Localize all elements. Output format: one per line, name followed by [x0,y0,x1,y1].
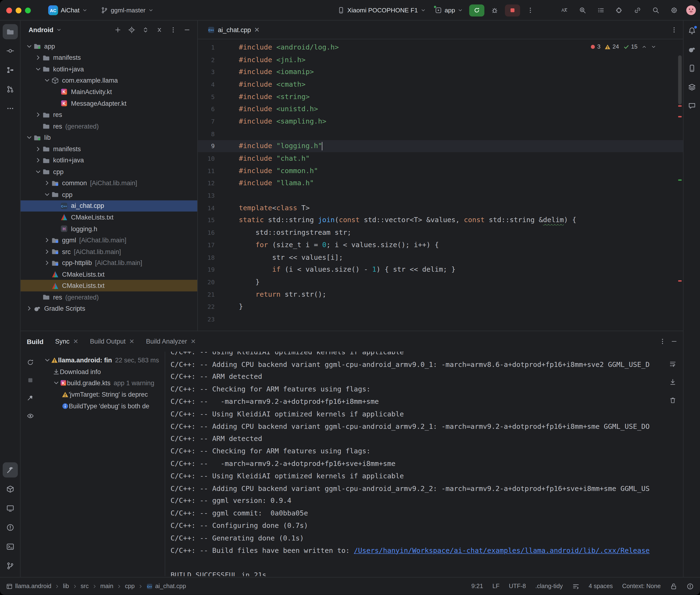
search-everywhere-button[interactable] [649,4,662,17]
pull-requests-toolwindow-button[interactable] [2,82,18,97]
chevron-down-icon[interactable] [25,42,34,50]
code-line[interactable]: 4#include <cmath> [198,78,683,90]
select-opened-file-button[interactable] [125,24,138,36]
assistant-toolwindow-button[interactable] [685,99,698,112]
line-number[interactable]: 12 [198,179,215,187]
project-view-mode[interactable]: Android [29,26,53,34]
zoom-window-button[interactable] [25,7,31,13]
breadcrumb-item[interactable]: main [100,583,113,590]
code-line[interactable]: 6#include <unistd.h> [198,103,683,115]
line-number[interactable]: 4 [198,81,215,88]
stop-app-button[interactable] [505,4,520,17]
pin-tab-button[interactable] [24,392,36,404]
close-window-button[interactable] [6,7,12,13]
project-tree-item[interactable]: CMakeLists.txt [21,212,197,223]
project-tree-item[interactable]: Hlogging.h [21,223,197,234]
line-number[interactable]: 9 [198,143,215,150]
build-tab-build-output[interactable]: Build Output✕ [90,338,135,345]
prev-problem-button[interactable] [641,44,647,49]
project-tree-item[interactable]: lib [21,132,197,143]
editor-scrollbar[interactable] [678,55,682,104]
line-number[interactable]: 19 [198,266,215,273]
chevron-down-icon[interactable] [43,77,52,84]
line-number[interactable]: 3 [198,68,215,76]
chevron-down-icon[interactable] [53,379,60,387]
terminal-toolwindow-button[interactable] [2,539,18,555]
close-tab-button[interactable]: ✕ [129,338,134,345]
vcs-branch-selector[interactable]: ggml-master [98,5,156,16]
line-number[interactable]: 11 [198,167,215,174]
project-tree-item[interactable]: KMainActivity.kt [21,86,197,97]
code-line[interactable]: 2#include <jni.h> [198,53,683,66]
inspections-widget[interactable]: 3 24 15 [587,42,659,51]
error-stripe-mark[interactable] [678,116,682,117]
hide-build-panel-icon[interactable] [670,338,678,345]
problems-toolwindow-button[interactable] [2,520,18,535]
project-tree-item[interactable]: Gradle Scripts [21,303,197,314]
code-line[interactable]: 11#include "common.h" [198,165,683,177]
minimize-window-button[interactable] [16,7,22,13]
passed-indicator[interactable]: 15 [623,43,638,50]
code-line[interactable]: 15static std::string join(const std::vec… [198,214,683,226]
project-tree-item[interactable]: res(generated) [21,120,197,132]
hide-panel-button[interactable] [181,24,193,36]
line-number[interactable]: 6 [198,106,215,113]
line-number[interactable]: 23 [198,315,215,322]
line-number[interactable]: 22 [198,303,215,310]
code-line[interactable]: 19 if (i < values.size() - 1) { str << d… [198,263,683,276]
project-tree-item[interactable]: manifests [21,52,197,63]
device-selector[interactable]: Xiaomi POCOPHONE F1 [335,5,428,16]
project-tree-item[interactable]: res [21,109,197,120]
line-number[interactable]: 8 [198,130,215,137]
run-configuration-selector[interactable]: app [432,5,466,16]
dependencies-toolwindow-button[interactable] [2,482,18,497]
build-console-output[interactable]: C/C++: -- Using KleidiAI optimized kerne… [165,352,683,576]
gradle-toolwindow-button[interactable] [685,43,698,56]
chevron-down-icon[interactable] [43,191,52,198]
chevron-right-icon[interactable] [34,111,43,118]
code-line[interactable]: 13 [198,189,683,202]
code-line[interactable]: 12#include "llama.h" [198,177,683,189]
code-line[interactable]: 5#include <string> [198,90,683,103]
run-more-actions-button[interactable] [524,4,537,17]
context-widget[interactable]: Context: None [622,583,661,590]
rerun-app-button[interactable] [470,4,485,17]
encoding-widget[interactable]: UTF-8 [509,583,526,590]
running-devices-toolwindow-button[interactable] [2,501,18,516]
project-selector[interactable]: AC AiChat [46,4,90,17]
version-control-toolwindow-button[interactable] [2,558,18,573]
share-link-button[interactable] [631,4,644,17]
rerun-sync-button[interactable] [24,356,36,368]
code-line[interactable]: 18 str << values[i]; [198,251,683,263]
caret-position-widget[interactable]: 9:21 [471,583,483,590]
project-tree-item[interactable]: com.example.llama [21,75,197,86]
line-number[interactable]: 14 [198,204,215,211]
project-tree-item[interactable]: cpp-httplib[AiChat.lib.main] [21,257,197,268]
warnings-indicator[interactable]: 24 [605,43,619,50]
debug-app-button[interactable] [488,4,501,17]
line-number[interactable]: 16 [198,229,215,236]
build-tree-item[interactable]: Kbuild.gradle.ktsapp 1 warning [40,377,165,389]
close-tab-button[interactable]: ✕ [254,26,260,33]
chevron-right-icon[interactable] [43,259,52,266]
chevron-down-icon[interactable] [34,168,43,175]
code-line[interactable]: 20 } [198,276,683,288]
settings-button[interactable] [667,4,681,17]
clear-console-button[interactable] [666,394,679,407]
project-tree-item[interactable]: res(generated) [21,291,197,303]
panel-options-button[interactable] [167,24,179,36]
chevron-down-icon[interactable] [34,65,43,73]
app-inspection-toolwindow-button[interactable] [685,80,698,93]
line-number[interactable]: 10 [198,155,215,162]
code-line[interactable]: 22} [198,301,683,313]
code-line[interactable]: 7#include <sampling.h> [198,115,683,128]
commit-toolwindow-button[interactable] [2,43,18,59]
code-editor[interactable]: 1#include <android/log.h>2#include <jni.… [198,39,683,331]
collapse-all-button[interactable] [153,24,165,36]
project-tree-item[interactable]: ggml[AiChat.lib.main] [21,234,197,246]
project-tree-item[interactable]: C++ai_chat.cpp [21,200,197,212]
breadcrumb-item[interactable]: C++ai_chat.cpp [146,583,186,590]
code-line[interactable]: 17 for (size_t i = 0; i < values.size();… [198,239,683,251]
code-line[interactable]: 10#include "chat.h" [198,152,683,165]
stripe-mark-ok[interactable] [678,179,682,181]
